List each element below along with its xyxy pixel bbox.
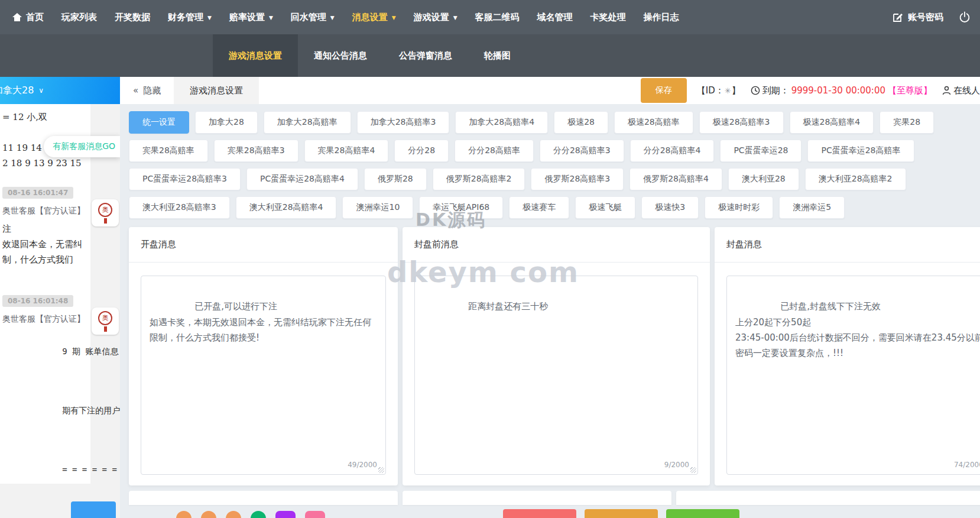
content: = 12 小,双 11 19 14 7 1 2 18 9 13 9 23 15 xyxy=(0,104,980,518)
nav-item-label: 域名管理 xyxy=(537,12,573,23)
new-message-toast[interactable]: 有新客服消息GO xyxy=(44,136,120,157)
resize-handle-icon[interactable] xyxy=(378,467,384,473)
game-filter-button[interactable]: 俄罗斯28 xyxy=(364,168,427,190)
resize-handle-icon[interactable] xyxy=(690,467,696,473)
chat-line: 9 期 账单信息: xyxy=(0,329,92,388)
chat-line-text: = 12 小,双 xyxy=(2,112,47,122)
nav-item[interactable]: 赔率设置 ▼ xyxy=(220,0,282,34)
subnav-tab[interactable]: 游戏消息设置 xyxy=(213,34,298,77)
nav-item[interactable]: 开奖数据 xyxy=(106,0,159,34)
message-textarea[interactable]: 已开盘,可以进行下注 如遇卡奖，本期无效退回本金，无需纠结玩家下注无任何限制，什… xyxy=(141,276,386,475)
game-filter-button[interactable]: PC蛋蛋幸运28高赔率4 xyxy=(246,168,358,190)
game-filter-button[interactable]: 分分28 xyxy=(394,140,449,162)
game-filter-button[interactable]: 宾果28 xyxy=(880,111,934,134)
top-nav-items: 首页 玩家列表 开奖数据 财务管理 ▼ xyxy=(4,0,688,34)
nav-item[interactable]: 操作日志 xyxy=(635,0,688,34)
avatar-logo: 奥 xyxy=(98,311,112,325)
game-filter-button[interactable]: 澳大利亚28高赔率3 xyxy=(129,196,230,219)
game-filter-button[interactable]: 澳大利亚28 xyxy=(728,168,799,190)
game-filter-button[interactable]: 澳洲幸运5 xyxy=(779,196,845,219)
action-button[interactable] xyxy=(503,509,576,518)
game-filter-button[interactable]: 极速28 xyxy=(554,111,608,134)
chevron-down-icon: ▼ xyxy=(269,15,273,21)
save-button[interactable]: 保存 xyxy=(641,78,687,103)
chat-line: 奥世客服【官方认证】 奥 xyxy=(0,203,92,218)
game-filter-button[interactable]: 加拿大28高赔率 xyxy=(264,111,351,134)
card-stub xyxy=(403,491,671,505)
chat-messages: = 12 小,双 11 19 14 7 1 2 18 9 13 9 23 15 xyxy=(0,104,120,518)
color-swatch[interactable] xyxy=(176,511,192,518)
chat-line: 效退回本金，无需纠 xyxy=(0,237,92,252)
tab-game-message-settings[interactable]: 游戏消息设置 xyxy=(174,77,259,104)
message-text: 已开盘,可以进行下注 如遇卡奖，本期无效退回本金，无需纠结玩家下注无任何限制，什… xyxy=(150,301,371,343)
game-filter-button[interactable]: 分分28高赔率4 xyxy=(630,140,715,162)
nav-item[interactable]: 财务管理 ▼ xyxy=(159,0,220,34)
game-filter-button[interactable]: 俄罗斯28高赔率3 xyxy=(531,168,624,190)
nav-item[interactable]: 消息设置 ▼ xyxy=(343,0,405,34)
subnav-tab[interactable]: 通知公告消息 xyxy=(298,34,383,77)
nav-item[interactable]: 首页 xyxy=(4,0,53,34)
color-swatch[interactable] xyxy=(226,511,241,518)
game-filter-button[interactable]: 俄罗斯28高赔率2 xyxy=(433,168,525,190)
nav-item[interactable]: 游戏设置 ▼ xyxy=(405,0,466,34)
game-filter-button[interactable]: 加拿大28高赔率4 xyxy=(455,111,548,134)
game-filter-button[interactable]: 极速28高赔率4 xyxy=(790,111,874,134)
game-filter-button[interactable]: 极速快3 xyxy=(641,196,699,219)
chat-send-button[interactable] xyxy=(71,501,116,518)
game-filter-button[interactable]: 分分28高赔率 xyxy=(455,140,534,162)
game-filter-button[interactable]: 极速28高赔率 xyxy=(614,111,693,134)
game-filter-button[interactable]: 俄罗斯28高赔率4 xyxy=(629,168,722,190)
action-button[interactable] xyxy=(585,509,658,518)
subnav-tab[interactable]: 轮播图 xyxy=(468,34,527,77)
game-filter-button[interactable]: 极速飞艇 xyxy=(575,196,635,219)
game-filter-button[interactable]: 幸运飞艇API68 xyxy=(419,196,503,219)
nav-item[interactable]: 卡奖处理 xyxy=(582,0,635,34)
game-filter-button[interactable]: 澳大利亚28高赔率4 xyxy=(236,196,337,219)
game-filter-button[interactable]: 极速28高赔率3 xyxy=(699,111,784,134)
account-password-button[interactable]: 账号密码 xyxy=(893,12,943,23)
power-icon[interactable] xyxy=(959,11,971,23)
color-swatch[interactable] xyxy=(251,511,266,518)
subnav-tab-label: 游戏消息设置 xyxy=(229,50,282,61)
game-filter-button[interactable]: 加拿大28 xyxy=(195,111,258,134)
game-selector-dropdown[interactable]: 加拿大28 ∨ xyxy=(0,77,120,104)
nav-item[interactable]: 域名管理 xyxy=(528,0,582,34)
nav-item[interactable]: 玩家列表 xyxy=(53,0,106,34)
game-filter-label: 澳大利亚28高赔率3 xyxy=(142,202,216,213)
game-filter-label: 俄罗斯28高赔率2 xyxy=(446,174,512,184)
chat-line: 制，什么方式我们 xyxy=(0,252,92,267)
game-filter-button[interactable]: 极速赛车 xyxy=(509,196,569,219)
game-filter-label: PC蛋蛋幸运28高赔率3 xyxy=(142,174,227,184)
game-filter-label: 极速28高赔率 xyxy=(628,117,680,128)
expiry-date: 9999-01-30 00:00:00 xyxy=(791,85,885,96)
game-filter-button[interactable]: PC蛋蛋幸运28高赔率3 xyxy=(129,168,241,190)
message-textarea[interactable]: 距离封盘还有三十秒 9/2000 xyxy=(414,276,698,475)
subnav-tab-label: 轮播图 xyxy=(484,50,511,61)
game-filter-label: 极速快3 xyxy=(655,202,685,213)
game-filter-button[interactable]: 统一设置 xyxy=(129,111,189,134)
game-filter-button[interactable]: 加拿大28高赔率3 xyxy=(357,111,450,134)
message-panel: 封盘前消息 距离封盘还有三十秒 9/2000 xyxy=(403,227,710,485)
color-swatch[interactable] xyxy=(275,511,296,518)
game-filter-button[interactable]: 宾果28高赔率3 xyxy=(214,140,298,162)
game-filter-button[interactable]: 澳大利亚28高赔率2 xyxy=(805,168,906,190)
game-filter-button[interactable]: 宾果28高赔率4 xyxy=(304,140,389,162)
panel-title: 封盘前消息 xyxy=(403,227,710,263)
game-filter-button[interactable]: 分分28高赔率3 xyxy=(540,140,624,162)
chat-line-text: = = = = = = = = = xyxy=(62,465,120,474)
action-button[interactable] xyxy=(666,509,739,518)
game-filter-button[interactable]: 宾果28高赔率 xyxy=(129,140,208,162)
color-swatch[interactable] xyxy=(201,511,216,518)
message-text: 已封盘,封盘线下下注无效 上分20起下分50起 23:45-00:00后台统计数… xyxy=(735,301,980,358)
subnav-tab[interactable]: 公告弹窗消息 xyxy=(383,34,468,77)
game-filter-button[interactable]: 澳洲幸运10 xyxy=(342,196,413,219)
game-filter-button[interactable]: PC蛋蛋幸运28高赔率 xyxy=(807,140,914,162)
game-filter-label: 分分28 xyxy=(408,145,435,156)
game-filter-button[interactable]: PC蛋蛋幸运28 xyxy=(720,140,801,162)
nav-item[interactable]: 回水管理 ▼ xyxy=(282,0,343,34)
collapse-sidebar-button[interactable]: « 隐藏 xyxy=(133,85,161,96)
nav-item[interactable]: 客服二维码 xyxy=(466,0,528,34)
color-swatch[interactable] xyxy=(305,511,325,518)
game-filter-button[interactable]: 极速时时彩 xyxy=(705,196,773,219)
message-textarea[interactable]: 已封盘,封盘线下下注无效 上分20起下分50起 23:45-00:00后台统计数… xyxy=(726,276,980,475)
